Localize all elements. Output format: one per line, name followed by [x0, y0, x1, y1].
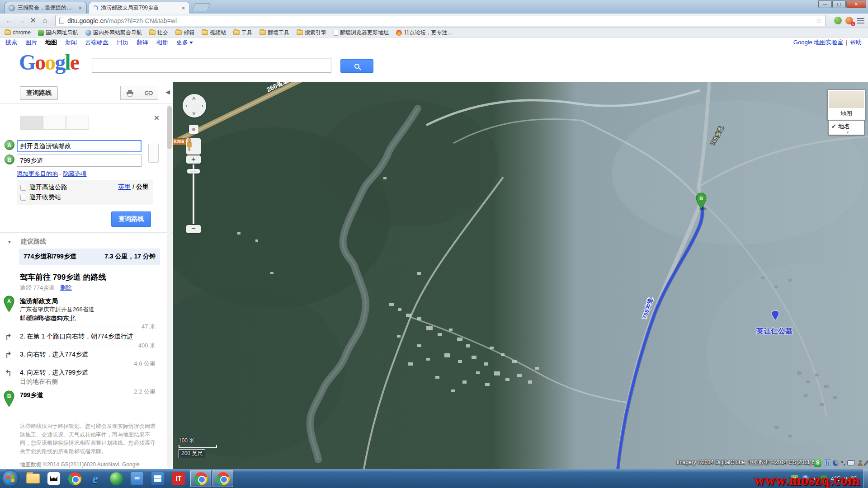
suggested-route-row[interactable]: 774乡道和799乡道 7.3 公里，17 分钟 [19, 249, 160, 265]
pan-left-icon[interactable]: ‹ [185, 102, 187, 109]
nav-images[interactable]: 图片 [25, 38, 37, 47]
map-canvas[interactable]: 266省道 [173, 82, 868, 469]
nav-search[interactable]: 搜索 [5, 38, 17, 47]
add-destination-link[interactable]: 添加更多目的地 [17, 170, 58, 177]
miles-link[interactable]: 英里 [118, 183, 131, 190]
panel-scrollbar[interactable] [167, 105, 172, 468]
close-window-button[interactable]: ✕ [846, 0, 866, 8]
close-panel-icon[interactable]: × [154, 113, 159, 123]
pan-up-icon[interactable]: ˄ [192, 95, 196, 102]
map-type-label[interactable]: 地图 [828, 109, 865, 120]
suggested-routes-header[interactable]: ▼建议路线 [7, 238, 161, 246]
step-3[interactable]: 3. 向右转，进入774乡道 [20, 351, 156, 359]
taskbar-internet-explorer[interactable]: e [85, 470, 106, 487]
hide-options-link[interactable]: 隐藏选项 [63, 170, 87, 177]
help-link[interactable]: 帮助 [850, 39, 862, 46]
nav-news[interactable]: 新闻 [65, 38, 77, 47]
destination-input[interactable] [17, 155, 142, 167]
taskbar-chrome-window-2[interactable] [212, 470, 233, 487]
pegman-streetview-control[interactable] [186, 138, 201, 155]
pan-right-icon[interactable]: › [202, 102, 203, 109]
maps-labs-link[interactable]: Google 地图实验室 [793, 39, 844, 46]
reorder-handle[interactable] [148, 144, 159, 163]
mode-tab-walking[interactable] [66, 116, 89, 130]
avoid-highways-checkbox[interactable] [20, 185, 26, 191]
nav-photos[interactable]: 相册 [156, 38, 168, 47]
extension-icon-orange[interactable]: 1 [845, 17, 853, 24]
delete-via-link[interactable]: 删除 [60, 284, 72, 291]
zoom-out-button[interactable]: − [186, 225, 201, 233]
start-button[interactable] [2, 470, 19, 487]
bookmark-folder[interactable]: 翻墙工具 [259, 29, 289, 37]
skin-icon[interactable] [857, 460, 863, 466]
bookmark-item[interactable]: 国内网址导航 [38, 29, 78, 37]
map-type-control[interactable]: 地图 [827, 89, 865, 120]
reset-view-button[interactable] [189, 125, 198, 134]
origin-input[interactable] [17, 140, 142, 152]
collapse-panel-arrow[interactable]: ◀ [165, 89, 170, 95]
step-1[interactable]: 1. 沿266省道向东北 [20, 314, 156, 323]
taskbar-foobar2000[interactable] [43, 470, 64, 487]
nav-calendar[interactable]: 日历 [117, 38, 128, 47]
wubi-icon[interactable]: 五 [824, 459, 830, 467]
taskbar-chrome[interactable] [64, 470, 85, 487]
labels-layer-toggle[interactable]: ✓地名 ▾ [828, 120, 864, 135]
get-directions-submit-button[interactable]: 查询路线 [111, 211, 151, 227]
address-bar[interactable]: ditu.google.cn /maps?hl=zh-CN&tab=wl ☆ [55, 15, 826, 26]
tab-close-icon[interactable]: × [181, 5, 186, 11]
bookmark-folder[interactable]: 搜索引擎 [297, 29, 326, 37]
zoom-slider-handle[interactable]: — [187, 169, 200, 174]
tab-2-active[interactable]: 渔涝邮政支局至799乡道 × [89, 2, 190, 14]
search-input[interactable] [92, 58, 331, 73]
minimize-button[interactable]: — [818, 0, 832, 8]
bookmark-item[interactable]: 11点论坛，更专注... [396, 29, 452, 37]
show-desktop-button[interactable] [863, 469, 868, 488]
bookmark-folder[interactable]: 工具 [233, 29, 252, 37]
chrome-menu-icon[interactable] [857, 18, 864, 23]
forward-button[interactable]: → [15, 16, 27, 25]
mode-tab-driving[interactable] [20, 116, 43, 130]
extension-icon-green[interactable] [834, 17, 842, 24]
get-directions-button[interactable]: 查询路线 [20, 86, 58, 100]
taskbar-metro-app[interactable] [147, 470, 168, 487]
punctuation-icon[interactable]: °, [841, 460, 845, 466]
search-button[interactable] [340, 59, 373, 73]
bookmark-folder[interactable]: chrome [5, 29, 31, 36]
nav-translate[interactable]: 翻译 [137, 38, 148, 47]
scrollbar-thumb[interactable] [167, 106, 172, 149]
nav-more[interactable]: 更多 [176, 38, 193, 47]
mode-tab-transit[interactable] [43, 116, 66, 130]
bookmark-folder[interactable]: 社交 [149, 29, 168, 37]
taskbar-explorer[interactable] [23, 470, 43, 487]
bookmark-item[interactable]: 翻墙浏览器更新地址 [334, 29, 389, 37]
taskbar-green-browser[interactable] [106, 470, 127, 487]
avoid-tolls-checkbox[interactable] [20, 195, 26, 201]
print-button[interactable] [120, 86, 139, 100]
bookmark-folder[interactable]: 视频站 [202, 29, 226, 37]
bookmark-folder[interactable]: 邮箱 [175, 29, 194, 37]
input-method-bar[interactable]: S 五 °, [814, 459, 867, 467]
new-tab-button[interactable] [192, 3, 211, 11]
step-4[interactable]: 4. 向左转，进入799乡道 [20, 369, 156, 377]
maximize-button[interactable]: ▢ [832, 0, 846, 8]
folder-icon [259, 30, 266, 35]
pan-down-icon[interactable]: ˅ [192, 110, 196, 117]
tab-close-icon[interactable]: × [78, 5, 83, 11]
moon-icon[interactable] [833, 460, 839, 466]
zoom-in-button[interactable]: + [186, 155, 201, 164]
soft-keyboard-icon[interactable] [847, 460, 855, 465]
home-button[interactable]: ⌂ [39, 16, 51, 25]
bookmark-star-icon[interactable]: ☆ [816, 17, 822, 25]
taskbar-baidu-cloud[interactable]: ∞ [127, 470, 147, 487]
step-2[interactable]: 2. 在第 1 个路口向右转，朝774乡道行进 [20, 333, 156, 341]
stop-button[interactable]: ✕ [27, 16, 39, 25]
nav-drive[interactable]: 云端硬盘 [85, 38, 108, 47]
bookmark-item[interactable]: 国内外网站聚合导航 [85, 29, 142, 37]
taskbar-chrome-window-1[interactable] [190, 470, 211, 487]
sogou-icon[interactable]: S [814, 459, 821, 467]
link-button[interactable] [139, 86, 158, 100]
back-button[interactable]: ← [4, 16, 15, 25]
taskbar-it-app[interactable]: IT [168, 470, 189, 487]
pan-control[interactable]: ˄ ˅ ‹ › [183, 94, 206, 117]
tab-1[interactable]: 三维聚合，最便捷的国内 × [5, 2, 87, 14]
